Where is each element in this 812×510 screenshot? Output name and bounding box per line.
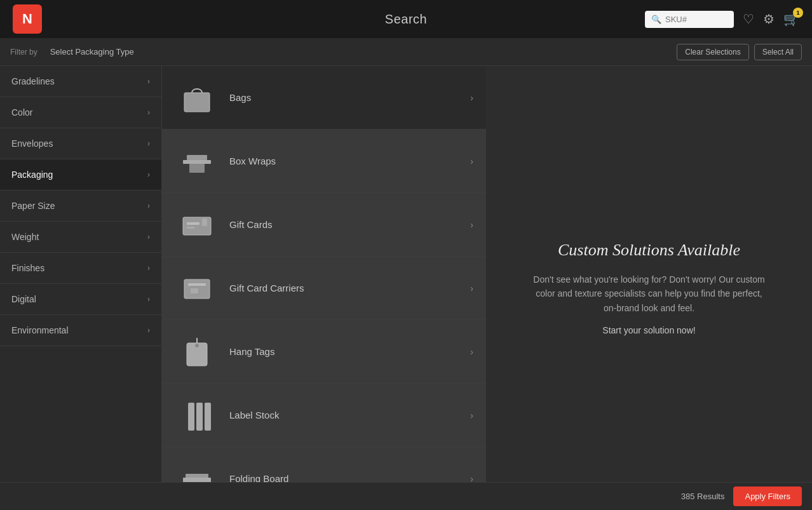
custom-link[interactable]: Start your solution now! [602,325,695,335]
sidebar-item-paper-size[interactable]: Paper Size› [0,191,161,222]
pkg-chevron-icon: › [470,283,473,293]
page-title: Search [385,12,427,27]
bottom-bar: 385 Results Apply Filters [0,482,812,510]
sidebar-item-packaging[interactable]: Packaging› [0,159,161,191]
filter-bar-right: Clear Selections Select All [677,44,802,60]
pkg-item-label: Box Wraps [229,156,276,166]
nav-right: 🔍 ♡ ⚙ 🛒 1 [645,11,799,28]
sidebar-item-label: Envelopes [11,138,53,149]
svg-rect-1 [183,160,211,164]
pkg-chevron-icon: › [470,93,473,103]
packaging-item-hang-tags[interactable]: Hang Tags › [162,320,486,384]
search-input[interactable] [665,15,727,24]
pkg-item-label: Gift Card Carriers [229,283,304,293]
filter-bar: Filter by Select Packaging Type Clear Se… [0,38,812,66]
sidebar-item-label: Gradelines [11,76,55,86]
chevron-right-icon: › [147,326,150,335]
chevron-right-icon: › [147,232,150,241]
pkg-item-label: Hang Tags [229,346,274,357]
search-icon: 🔍 [651,15,661,24]
chevron-right-icon: › [147,170,150,179]
pkg-thumbnail [175,76,219,120]
logo[interactable]: N [13,4,42,34]
cart-badge: 1 [793,8,803,18]
apply-filters-button[interactable]: Apply Filters [733,487,802,506]
chevron-right-icon: › [147,108,150,117]
settings-icon[interactable]: ⚙ [763,11,775,27]
sidebar-item-label: Paper Size [11,201,55,211]
svg-rect-2 [187,155,207,160]
svg-rect-14 [188,403,194,431]
svg-rect-0 [184,93,210,112]
cart-icon[interactable]: 🛒 1 [783,11,799,27]
sidebar-item-label: Finishes [11,263,44,273]
chevron-right-icon: › [147,201,150,210]
pkg-thumbnail [175,203,219,247]
chevron-right-icon: › [147,77,150,86]
svg-rect-7 [202,218,207,226]
select-packaging-label: Select Packaging Type [50,47,134,57]
svg-rect-3 [189,164,205,173]
svg-rect-10 [191,288,198,293]
pkg-chevron-icon: › [470,347,473,357]
filter-by-label: Filter by [10,48,37,57]
search-box[interactable]: 🔍 [645,11,734,28]
pkg-chevron-icon: › [470,156,473,166]
main-layout: Gradelines›Color›Envelopes›Packaging›Pap… [0,66,812,510]
svg-rect-15 [196,403,203,431]
pkg-thumbnail [175,330,219,374]
custom-description: Don't see what you're looking for? Don't… [529,272,770,315]
svg-rect-9 [188,283,206,286]
sidebar: Gradelines›Color›Envelopes›Packaging›Pap… [0,66,162,510]
clear-selections-button[interactable]: Clear Selections [677,44,748,60]
packaging-item-label-stock[interactable]: Label Stock › [162,384,486,447]
pkg-thumbnail [175,266,219,311]
filter-bar-left: Filter by Select Packaging Type [10,47,134,57]
sidebar-item-label: Digital [11,294,36,304]
pkg-chevron-icon: › [470,410,473,420]
select-all-button[interactable]: Select All [754,44,802,60]
svg-rect-6 [187,227,194,229]
chevron-right-icon: › [147,295,150,304]
pkg-item-label: Gift Cards [229,219,273,230]
sidebar-item-finishes[interactable]: Finishes› [0,253,161,284]
svg-rect-18 [186,474,208,478]
chevron-right-icon: › [147,264,150,272]
sidebar-item-environmental[interactable]: Environmental› [0,315,161,346]
svg-rect-16 [205,403,211,431]
sidebar-item-label: Environmental [11,325,69,335]
pkg-item-label: Label Stock [229,410,279,420]
sidebar-item-weight[interactable]: Weight› [0,222,161,253]
sidebar-item-digital[interactable]: Digital› [0,284,161,315]
pkg-thumbnail [175,139,219,184]
packaging-item-bags[interactable]: Bags › [162,66,486,130]
sidebar-item-label: Weight [11,232,39,242]
sidebar-item-label: Color [11,107,32,117]
pkg-item-label: Bags [229,92,251,103]
results-count: 385 Results [681,492,725,501]
pkg-thumbnail [175,393,219,438]
right-panel: Custom Solutions Available Don't see wha… [486,66,812,510]
packaging-item-box-wraps[interactable]: Box Wraps › [162,130,486,193]
packaging-item-gift-card-carriers[interactable]: Gift Card Carriers › [162,257,486,320]
sidebar-item-label: Packaging [11,170,53,180]
sidebar-item-envelopes[interactable]: Envelopes› [0,128,161,159]
top-nav: N Search 🔍 ♡ ⚙ 🛒 1 [0,0,812,38]
packaging-list: Bags › Box Wraps › Gift Cards [162,66,486,510]
svg-rect-5 [187,222,200,225]
custom-title: Custom Solutions Available [558,241,740,260]
sidebar-item-gradelines[interactable]: Gradelines› [0,66,161,97]
packaging-item-gift-cards[interactable]: Gift Cards › [162,193,486,257]
sidebar-item-color[interactable]: Color› [0,97,161,128]
svg-point-13 [195,344,199,347]
chevron-right-icon: › [147,139,150,148]
pkg-chevron-icon: › [470,220,473,230]
favorites-icon[interactable]: ♡ [743,11,754,27]
